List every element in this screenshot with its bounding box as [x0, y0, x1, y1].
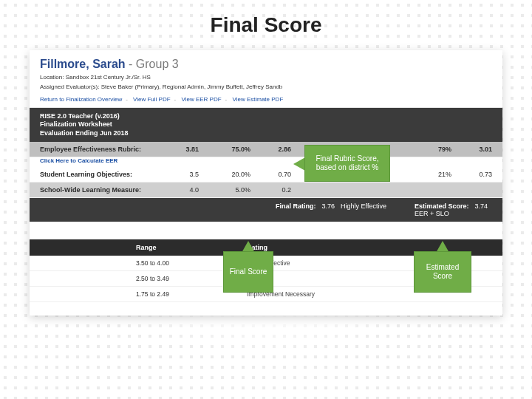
ratings-header-rating: Rating — [247, 244, 492, 251]
estimated-score-value: 3.74 — [474, 202, 488, 217]
callout-estimated-score: Estimated Score — [414, 251, 471, 293]
evaluators-value: Steve Baker (Primary), Regional Admin, J… — [101, 83, 283, 90]
estimated-score-label: Estimated Score: EER + SLO — [415, 202, 469, 217]
est-label-top: Estimated Score: — [415, 202, 469, 210]
worksheet-line2: Finalization Worksheet — [40, 120, 492, 129]
card-header: Fillmore, Sarah - Group 3 Location: Sand… — [30, 50, 502, 108]
slo-v3: 0.70 — [250, 171, 291, 178]
worksheet-line3: Evaluation Ending Jun 2018 — [40, 129, 492, 137]
swlm-v2: 5.0% — [199, 186, 250, 194]
slo-v1: 3.5 — [158, 171, 199, 178]
eer-v1: 3.81 — [158, 146, 199, 153]
worksheet-band: RISE 2.0 Teacher (v.2016) Finalization W… — [30, 108, 502, 142]
callout-rubric-text: Final Rubric Score, based on district % — [308, 154, 386, 173]
evaluators-line: Assigned Evaluator(s): Steve Baker (Prim… — [40, 83, 492, 90]
eer-v2: 75.0% — [199, 146, 250, 153]
sep-icon: - — [174, 96, 177, 103]
final-rating-value: 3.76 — [322, 202, 335, 217]
link-view-eer-pdf[interactable]: View EER PDF — [182, 96, 222, 103]
eer-row: Employee Effectiveness Rubric: 3.81 75.0… — [30, 142, 502, 157]
arrow-left-icon — [293, 157, 305, 171]
callout-final-score-text: Final Score — [230, 267, 267, 277]
person-name: Fillmore, Sarah — [40, 58, 126, 70]
slide-title: Final Score — [0, 13, 532, 37]
est-label-sub: EER + SLO — [415, 210, 449, 217]
slo-row: Student Learning Objectives: 3.5 20.0% 0… — [30, 167, 502, 183]
callout-rubric: Final Rubric Score, based on district % — [304, 145, 390, 182]
sep-icon: - — [126, 96, 128, 103]
evaluators-label: Assigned Evaluator(s): — [40, 83, 99, 90]
person-header: Fillmore, Sarah - Group 3 — [40, 58, 492, 71]
swlm-row: School-Wide Learning Measure: 4.0 5.0% 0… — [30, 183, 502, 198]
final-rating-label: Final Rating: — [276, 202, 316, 217]
location-label: Location: — [40, 74, 64, 81]
callout-final-score: Final Score — [223, 251, 273, 293]
swlm-v3: 0.2 — [250, 186, 291, 194]
worksheet-line1: RISE 2.0 Teacher (v.2016) — [40, 112, 492, 120]
location-value: Sandbox 21st Century Jr./Sr. HS — [66, 74, 151, 81]
eer-v4: 79% — [411, 146, 451, 153]
location-line: Location: Sandbox 21st Century Jr./Sr. H… — [40, 74, 492, 81]
swlm-label: School-Wide Learning Measure: — [40, 186, 158, 194]
final-rating-text: Highly Effective — [341, 202, 386, 217]
slo-label: Student Learning Objectives: — [40, 171, 158, 178]
slo-v2: 20.0% — [199, 171, 250, 178]
callout-estimated-score-text: Estimated Score — [417, 263, 468, 282]
link-view-full-pdf[interactable]: View Full PDF — [133, 96, 171, 103]
header-links: Return to Finalization Overview- View Fu… — [40, 96, 492, 103]
eer-v5: 3.01 — [451, 146, 492, 153]
ratings-header-range: Range — [136, 244, 247, 251]
eer-label: Employee Effectiveness Rubric: — [40, 146, 158, 153]
totals-band: Final Rating: 3.76 Highly Effective Esti… — [30, 198, 502, 222]
link-calculate-eer[interactable]: Click Here to Calculate EER — [30, 157, 502, 167]
link-return-overview[interactable]: Return to Finalization Overview — [40, 96, 122, 103]
link-view-estimate-pdf[interactable]: View Estimate PDF — [233, 96, 284, 103]
sep-icon: - — [225, 96, 228, 103]
person-group: - Group 3 — [126, 58, 179, 70]
swlm-v1: 4.0 — [158, 186, 199, 194]
slo-v5: 0.73 — [451, 171, 492, 178]
slo-v4: 21% — [411, 171, 451, 178]
eer-v3: 2.86 — [250, 146, 291, 153]
